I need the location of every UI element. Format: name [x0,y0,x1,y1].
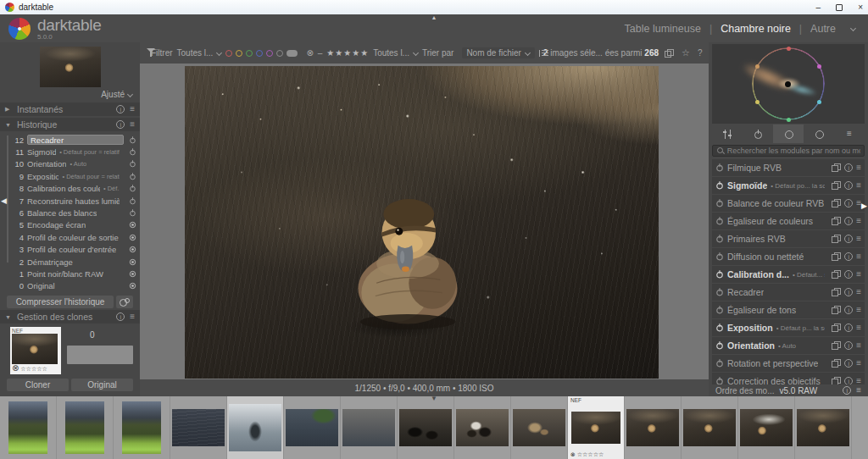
module-name[interactable]: Filmique RVB [727,163,782,173]
rating-scope-dropdown[interactable]: Toutes l... [373,48,409,58]
filmstrip-thumbnail[interactable] [341,396,398,459]
module-row[interactable]: Égaliseur de tons [712,301,865,318]
info-icon[interactable] [844,341,853,350]
info-icon[interactable] [116,105,125,113]
color-label-filter[interactable] [256,50,263,57]
info-icon[interactable] [844,359,853,368]
filmstrip-thumbnail[interactable] [511,396,568,459]
history-scrollbar[interactable] [7,135,8,263]
module-order-footer[interactable]: Ordre des mo... v5.0 RAW [709,384,868,396]
collapse-right-panel-icon[interactable]: ▶ [861,202,867,210]
history-item[interactable]: 7Reconstruire hautes lumières [2,195,136,207]
always-on-icon[interactable] [128,282,136,290]
info-icon[interactable] [844,235,853,243]
menu-icon[interactable] [856,386,861,395]
menu-icon[interactable] [856,324,861,332]
info-icon[interactable] [844,306,853,314]
module-group-tab[interactable] [743,124,773,143]
duplicate-title-input[interactable] [67,346,133,364]
power-icon[interactable] [715,163,724,172]
module-name[interactable]: Calibration d... [727,269,789,279]
color-label-filter[interactable] [266,50,273,57]
info-icon[interactable] [844,377,853,384]
duplicate-icon[interactable] [832,341,841,350]
filmstrip-thumbnail[interactable] [682,396,738,459]
info-icon[interactable] [844,252,853,261]
power-icon[interactable] [715,324,724,332]
always-on-icon[interactable] [128,233,136,241]
filmstrip-thumbnail[interactable] [398,396,454,459]
menu-icon[interactable] [130,312,135,321]
duplicate-icon[interactable] [832,270,841,279]
darkroom-canvas[interactable] [140,64,709,379]
menu-icon[interactable] [856,252,861,261]
color-label-all-filter[interactable] [287,50,298,57]
color-label-filter[interactable] [236,50,242,57]
menu-icon[interactable] [856,288,861,296]
module-name[interactable]: Égaliseur de couleurs [727,216,813,226]
history-item[interactable]: 11Sigmoïde• Défaut pour = relatif à... [2,146,136,158]
always-on-icon[interactable] [128,269,136,278]
menu-icon[interactable] [856,217,861,225]
minimize-button[interactable]: – [816,3,821,12]
info-icon[interactable] [844,288,853,296]
history-item[interactable]: 10Orientation• Auto [2,158,136,170]
menu-icon[interactable] [856,341,861,350]
preview-profile-label[interactable]: Ajusté [101,90,125,99]
info-icon[interactable] [844,181,853,190]
navigation-preview[interactable] [40,47,101,87]
module-row[interactable]: Sigmoïde• Défaut po... la scène » [712,177,865,194]
power-icon[interactable] [715,341,724,350]
color-label-filter[interactable] [225,50,232,57]
module-name[interactable]: Recadrer [727,287,764,297]
module-row[interactable]: Balance de couleur RVB [712,195,865,212]
power-icon[interactable] [715,377,724,384]
menu-icon[interactable] [856,306,861,314]
module-name[interactable]: Orientation [727,340,775,351]
power-icon[interactable] [715,270,724,279]
help-icon[interactable] [698,49,703,58]
module-row[interactable]: Recadrer [712,284,865,301]
menu-icon[interactable] [856,181,861,190]
info-icon[interactable] [844,163,853,172]
filmstrip-thumbnail[interactable] [738,396,795,459]
power-icon[interactable] [715,306,724,314]
filmstrip-thumbnail[interactable] [227,396,284,459]
module-row[interactable]: Rotation et perspective [712,355,865,372]
module-row[interactable]: Filmique RVB [712,159,865,176]
power-icon[interactable] [715,181,724,190]
power-icon[interactable] [128,148,136,157]
module-name[interactable]: Diffusion ou netteté [727,252,804,262]
minus-icon[interactable] [318,49,323,58]
compress-history-button[interactable]: Compresser l'historique [7,296,114,308]
module-name[interactable]: Rotation et perspective [727,358,818,368]
duplicate-icon[interactable] [832,181,841,190]
menu-icon[interactable] [856,359,861,368]
chevron-down-icon[interactable] [851,26,856,31]
filmstrip-thumbnail[interactable] [57,396,114,459]
history-item[interactable]: 1Point noir/blanc RAW [2,268,136,279]
always-on-icon[interactable] [128,246,136,254]
info-icon[interactable] [844,199,853,207]
star-rating[interactable]: ☆☆☆☆☆ [20,366,47,372]
color-label-filter[interactable] [246,50,253,57]
menu-icon[interactable] [856,270,861,279]
history-item-label-selected[interactable]: Recadrer [27,135,124,145]
info-icon[interactable] [844,270,853,279]
reject-icon[interactable] [306,49,313,58]
duplicate-icon[interactable] [832,217,841,225]
original-button[interactable]: Original [71,379,133,391]
menu-icon[interactable] [130,105,135,113]
power-icon[interactable] [128,185,136,193]
power-icon[interactable] [715,199,724,207]
tab-autre[interactable]: Autre [810,23,836,35]
module-group-tab[interactable] [712,124,743,143]
duplicate-icon[interactable] [832,288,841,296]
info-icon[interactable] [116,312,125,321]
power-icon[interactable] [715,217,724,225]
module-name[interactable]: Correction des objectifs [727,376,821,384]
history-item[interactable]: 2Dématriçage [2,256,136,268]
tab-table-lumineuse[interactable]: Table lumineuse [625,23,701,35]
filter-scope-dropdown[interactable]: Toutes l... [177,48,214,58]
power-icon[interactable] [128,196,136,205]
